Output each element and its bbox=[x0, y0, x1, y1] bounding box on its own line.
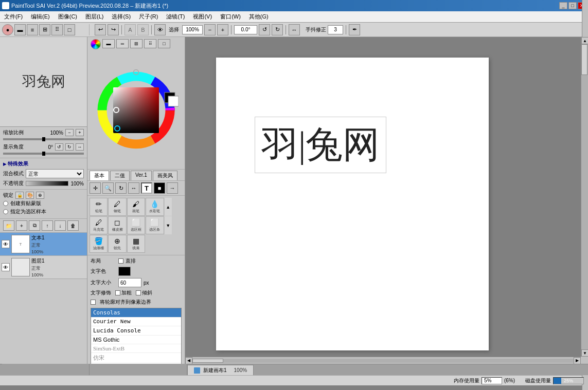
scroll-up-btn[interactable]: ▲ bbox=[581, 37, 588, 44]
menu-window[interactable]: 窗口(W) bbox=[216, 11, 245, 22]
menu-image[interactable]: 图像(C) bbox=[54, 11, 81, 22]
tool-sel-strip[interactable]: ⬜选区条 bbox=[146, 216, 164, 234]
tool-arrow[interactable]: → bbox=[167, 182, 178, 194]
menu-other[interactable]: 其他(G) bbox=[245, 11, 273, 22]
canvas-tab-main[interactable]: 新建画布1 100% bbox=[187, 365, 254, 375]
tool-dots[interactable]: ⠿ bbox=[51, 24, 63, 35]
zoom-input[interactable] bbox=[182, 25, 203, 34]
minimize-button[interactable]: _ bbox=[559, 2, 567, 9]
tool-color-box[interactable]: ■ bbox=[154, 182, 165, 194]
direct-checkbox[interactable] bbox=[118, 258, 123, 264]
tool-move[interactable]: ✛ bbox=[90, 182, 101, 194]
layer-move-up[interactable]: ↑ bbox=[42, 220, 53, 231]
rotate-ccw[interactable]: ↺ bbox=[259, 24, 270, 35]
hand-value-input[interactable] bbox=[328, 25, 343, 34]
tool-eraser[interactable]: ◻橡皮擦 bbox=[108, 216, 126, 234]
scroll-down-btn[interactable]: ▼ bbox=[581, 349, 588, 357]
lock-btn-3[interactable]: ⊕ bbox=[36, 192, 44, 199]
tool-selection[interactable]: ⬜选区框 bbox=[127, 216, 145, 234]
tool-square[interactable]: □ bbox=[64, 24, 75, 35]
h-scroll-track[interactable] bbox=[192, 359, 574, 363]
font-msgothic[interactable]: MS Gothic bbox=[91, 336, 181, 344]
scroll-right-btn[interactable]: ▶ bbox=[574, 357, 581, 364]
tool-fill[interactable]: ⊕朝先 bbox=[108, 235, 126, 253]
tool-b[interactable]: B bbox=[137, 24, 149, 35]
zoom-dec-btn[interactable]: − bbox=[65, 129, 74, 136]
color-square[interactable]: □ bbox=[158, 39, 170, 48]
h-scroll-thumb[interactable] bbox=[192, 359, 223, 363]
tool-brush[interactable]: 🖌画笔 bbox=[127, 198, 145, 216]
lock-btn-1[interactable]: 🔒 bbox=[15, 192, 24, 199]
angle-btn-1[interactable]: ↺ bbox=[55, 143, 63, 151]
menu-file[interactable]: 文件(F) bbox=[0, 11, 27, 22]
tool-scroll-down[interactable]: ▼ bbox=[165, 216, 172, 234]
align-checkbox[interactable] bbox=[91, 300, 96, 305]
color-wheel-svg[interactable] bbox=[94, 68, 179, 153]
tool-scroll-up[interactable]: ▲ bbox=[165, 198, 172, 216]
radio-select[interactable] bbox=[3, 209, 8, 214]
tab-binary[interactable]: 二值 bbox=[110, 171, 130, 180]
color-circle-icon[interactable] bbox=[91, 39, 101, 49]
redo-button[interactable]: ↪ bbox=[108, 24, 119, 35]
layer-delete[interactable]: 🗑 bbox=[67, 220, 79, 231]
tool-pen[interactable]: 🖊钢笔 bbox=[108, 198, 126, 216]
zoom-inc-btn[interactable]: + bbox=[76, 129, 84, 136]
tool-zoom[interactable]: 🔍 bbox=[102, 182, 114, 194]
tool-rotate-view[interactable]: ↻ bbox=[115, 182, 127, 194]
layer-eye-2[interactable]: 👁 bbox=[2, 263, 10, 271]
menu-select[interactable]: 选择(S) bbox=[108, 11, 135, 22]
zoom-minus[interactable]: − bbox=[204, 24, 216, 35]
tool-pencil[interactable]: ✏铅笔 bbox=[90, 198, 108, 216]
menu-view[interactable]: 视图(V) bbox=[189, 11, 216, 22]
angle-input[interactable] bbox=[234, 25, 257, 34]
color-line1[interactable]: ▬ bbox=[102, 39, 115, 48]
layer-item-text[interactable]: 👁 T 文本1 正常 100% bbox=[0, 233, 87, 256]
opacity-bar[interactable] bbox=[26, 181, 68, 186]
tool-circle[interactable]: ● bbox=[2, 24, 13, 35]
tab-basic[interactable]: 基本 bbox=[90, 171, 109, 180]
blend-select[interactable]: 正常 bbox=[26, 169, 84, 178]
tab-beauty[interactable]: 画美风 bbox=[153, 171, 177, 180]
scroll-left-btn[interactable]: ◀ bbox=[185, 357, 192, 364]
menu-filter[interactable]: 滤镜(T) bbox=[162, 11, 189, 22]
font-simsun[interactable]: SimSun-ExtB bbox=[91, 344, 181, 353]
tool-marker[interactable]: 🖊马克笔 bbox=[90, 216, 108, 234]
tool-grid[interactable]: ⊞ bbox=[39, 24, 50, 35]
angle-btn-3[interactable]: ↔ bbox=[76, 143, 84, 151]
font-fangsong[interactable]: 仿宋 bbox=[91, 353, 181, 363]
menu-edit[interactable]: 编辑(E) bbox=[27, 11, 54, 22]
italic-checkbox[interactable] bbox=[136, 290, 141, 295]
font-lucida[interactable]: Lucida Console bbox=[91, 326, 181, 336]
tab-ver1[interactable]: Ver.1 bbox=[131, 171, 152, 180]
tool-flip-canvas[interactable]: ↔ bbox=[128, 182, 139, 194]
menu-ruler[interactable]: 尺子(R) bbox=[135, 11, 162, 22]
font-list[interactable]: Consolas Courier New Lucida Console MS G… bbox=[91, 308, 182, 364]
menu-layer[interactable]: 图层(L) bbox=[81, 11, 108, 22]
zoom-plus[interactable]: + bbox=[217, 24, 228, 35]
maximize-button[interactable]: □ bbox=[568, 2, 577, 9]
flip-h[interactable]: ↔ bbox=[289, 24, 300, 35]
layer-move-down[interactable]: ↓ bbox=[55, 220, 66, 231]
bold-checkbox[interactable] bbox=[115, 290, 120, 295]
eye-icon[interactable]: 👁 bbox=[154, 24, 166, 35]
layer-copy[interactable]: ⧉ bbox=[29, 220, 40, 231]
tool-line2[interactable]: ≡ bbox=[27, 24, 38, 35]
v-scroll-thumb[interactable] bbox=[581, 44, 587, 75]
tool-bucket[interactable]: 🪣油漆桶 bbox=[90, 235, 108, 253]
text-color-box[interactable] bbox=[118, 267, 131, 276]
lock-btn-2[interactable]: 🎨 bbox=[26, 192, 34, 199]
undo-button[interactable]: ↩ bbox=[95, 24, 106, 35]
tool-a[interactable]: A bbox=[124, 24, 136, 35]
pen-tool[interactable]: ✒ bbox=[349, 24, 360, 35]
tool-watercolor[interactable]: 💧水彩笔 bbox=[146, 198, 164, 216]
layer-item-layer1[interactable]: 👁 图层1 正常 100% bbox=[0, 256, 87, 279]
radio-clip[interactable] bbox=[3, 201, 8, 206]
layer-new-folder[interactable]: 📁 bbox=[3, 220, 14, 231]
color-dots[interactable]: ⠿ bbox=[144, 39, 156, 48]
tool-pattern[interactable]: ▦填满 bbox=[127, 235, 145, 253]
angle-btn-2[interactable]: ↻ bbox=[65, 143, 74, 151]
tool-text[interactable]: T bbox=[141, 182, 152, 194]
canvas-scroll-v[interactable]: ▲ ▼ bbox=[581, 37, 588, 357]
layer-new-layer[interactable]: + bbox=[16, 220, 27, 231]
color-line2[interactable]: ═ bbox=[116, 39, 129, 48]
